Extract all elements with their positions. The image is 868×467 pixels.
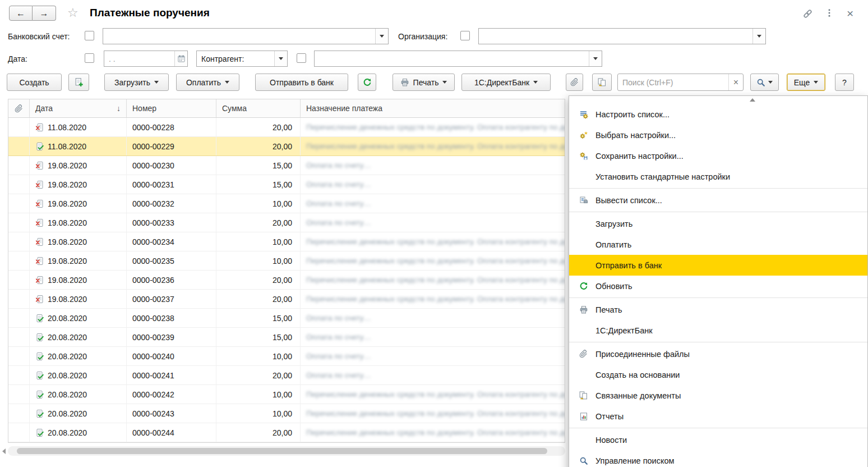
table-row[interactable]: 19.08.20200000-0023115,00Оплата по счету… <box>8 175 565 194</box>
column-header-date[interactable]: Дата↓ <box>30 99 127 117</box>
menu-item-linked-documents[interactable]: Связанные документы <box>569 385 867 406</box>
amount-cell: 10,00 <box>216 404 301 423</box>
close-icon[interactable]: × <box>847 7 853 19</box>
print-button[interactable]: Печать <box>393 74 455 91</box>
counterparty-field[interactable] <box>314 51 602 67</box>
directbank-button[interactable]: 1С:ДиректБанк <box>461 74 551 91</box>
linked-documents-button[interactable] <box>592 74 612 91</box>
table-row[interactable]: 20.08.20200000-0024210,00Перечисление де… <box>8 385 565 404</box>
back-button[interactable]: ← <box>9 6 33 21</box>
send-to-bank-button[interactable]: Отправить в банк <box>255 74 348 91</box>
table-row[interactable]: 20.08.20200000-0024010,00Оплата по счету… <box>8 347 565 366</box>
column-header-number[interactable]: Номер <box>127 99 216 117</box>
more-menu-items: Настроить список...Выбрать настройки...С… <box>569 104 867 467</box>
organization-field[interactable] <box>478 28 766 44</box>
date-cell: 20.08.2020 <box>30 347 127 365</box>
more-button[interactable]: Еще <box>787 74 825 91</box>
menu-item-set-default-settings[interactable]: Установить стандартные настройки <box>569 166 867 187</box>
table-row[interactable]: 19.08.20200000-0023320,00Оплата по счету… <box>8 213 565 232</box>
rejected-document-icon <box>35 199 44 208</box>
date-field[interactable]: . . <box>104 51 188 67</box>
forward-button[interactable]: → <box>33 6 56 21</box>
no-icon <box>578 326 589 336</box>
menu-scroll-up[interactable] <box>569 96 867 104</box>
date-cell: 19.08.2020 <box>30 194 127 213</box>
menu-item-choose-settings[interactable]: Выбрать настройки... <box>569 125 867 145</box>
dropdown-button[interactable] <box>375 29 388 44</box>
menu-item-attached-files[interactable]: Присоединенные файлы <box>569 344 867 364</box>
scrollbar-thumb[interactable] <box>17 448 547 454</box>
menu-item-print[interactable]: Печать <box>569 299 867 320</box>
chevron-down-icon <box>442 81 447 84</box>
menu-item-load[interactable]: Загрузить <box>569 213 867 234</box>
search-input[interactable] <box>618 74 728 90</box>
pay-button[interactable]: Оплатить <box>176 74 239 91</box>
bank-account-field[interactable] <box>103 28 389 44</box>
menu-item-directbank[interactable]: 1С:ДиректБанк <box>569 320 867 341</box>
menu-item-send-to-bank[interactable]: Отправить в банк <box>569 255 867 276</box>
menu-item-reports[interactable]: Отчеты <box>569 406 867 427</box>
table-row[interactable]: 19.08.20200000-0023720,00Перечисление де… <box>8 290 565 309</box>
table-row[interactable]: 20.08.20200000-0024420,00Перечисление де… <box>8 423 565 442</box>
table-row[interactable]: 19.08.20200000-0023510,00Перечисление де… <box>8 251 565 271</box>
menu-item-news[interactable]: Новости <box>569 429 867 450</box>
more-dots-icon[interactable] <box>824 8 834 18</box>
horizontal-scrollbar[interactable] <box>8 446 565 456</box>
attachments-button[interactable] <box>566 74 583 91</box>
table-row[interactable]: 20.08.20200000-0024310,00Перечисление де… <box>8 404 565 423</box>
menu-item-pay[interactable]: Оплатить <box>569 234 867 255</box>
column-header-attachment[interactable] <box>8 99 30 117</box>
configure-list-icon <box>578 109 589 120</box>
favorite-star-icon[interactable]: ☆ <box>67 6 79 20</box>
bank-account-checkbox[interactable] <box>85 31 94 40</box>
purpose-cell: Оплата по счету… <box>301 309 565 327</box>
counterparty-checkbox[interactable] <box>297 53 306 63</box>
date-checkbox[interactable] <box>85 53 94 63</box>
create-group-icon <box>74 77 84 87</box>
no-icon <box>578 172 589 182</box>
table-row[interactable]: 11.08.20200000-0022820,00Перечисление де… <box>8 118 565 137</box>
menu-item-search-management[interactable]: Управление поиском <box>569 450 867 467</box>
chevron-down-icon <box>154 81 159 84</box>
help-button[interactable]: ? <box>835 74 854 91</box>
table-row[interactable]: 19.08.20200000-0023410,00Перечисление де… <box>8 232 565 251</box>
dropdown-button[interactable] <box>589 51 602 66</box>
menu-item-create-based-on[interactable]: Создать на основании <box>569 364 867 385</box>
column-header-purpose[interactable]: Назначение платежа <box>301 99 565 117</box>
create-group-button[interactable] <box>68 74 89 91</box>
search-button[interactable] <box>750 74 779 91</box>
paid-document-icon <box>35 333 44 342</box>
rejected-document-icon <box>35 295 44 304</box>
table-row[interactable]: 11.08.20200000-0022920,00Перечисление де… <box>8 137 565 156</box>
menu-item-refresh[interactable]: Обновить <box>569 276 867 296</box>
amount-cell: 20,00 <box>216 423 301 442</box>
menu-item-configure-list[interactable]: Настроить список... <box>569 104 867 125</box>
menu-item-save-settings[interactable]: Сохранить настройки... <box>569 145 867 166</box>
refresh-button[interactable] <box>358 74 376 91</box>
table-row[interactable]: 19.08.20200000-0023015,00Оплата по счету… <box>8 156 565 175</box>
table-row[interactable]: 20.08.20200000-0023915,00Оплата по счету… <box>8 328 565 347</box>
scroll-left-icon[interactable] <box>2 448 6 454</box>
column-header-amount[interactable]: Сумма <box>216 99 301 117</box>
calendar-button[interactable] <box>174 51 187 66</box>
date-cell: 20.08.2020 <box>30 423 127 442</box>
organization-checkbox[interactable] <box>460 31 470 40</box>
load-button[interactable]: Загрузить <box>104 74 169 91</box>
table-row[interactable]: 19.08.20200000-0023620,00Перечисление де… <box>8 271 565 290</box>
clear-search-button[interactable]: × <box>728 74 743 90</box>
counterparty-selector[interactable]: Контрагент: <box>196 51 288 67</box>
attachment-cell <box>8 328 30 346</box>
table-row[interactable]: 19.08.20200000-0023210,00Оплата по счету… <box>8 194 565 213</box>
create-button[interactable]: Создать <box>7 74 62 91</box>
dropdown-button[interactable] <box>274 51 287 66</box>
table-row[interactable]: 20.08.20200000-0023815,00Оплата по счету… <box>8 309 565 328</box>
link-icon[interactable] <box>802 8 813 19</box>
paid-document-icon <box>35 428 44 437</box>
paid-document-icon <box>35 371 44 380</box>
menu-item-output-list[interactable]: Вывести список... <box>569 190 867 210</box>
attachment-cell <box>8 213 30 232</box>
table-row[interactable]: 20.08.20200000-0024120,00Оплата по счету… <box>8 366 565 385</box>
dropdown-button[interactable] <box>752 29 765 44</box>
chevron-down-icon <box>768 81 773 84</box>
save-settings-icon <box>578 151 589 161</box>
